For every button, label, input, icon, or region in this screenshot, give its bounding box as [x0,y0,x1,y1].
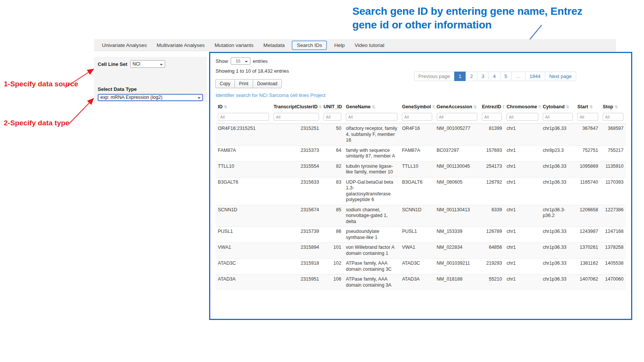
cell-genename: ATPase family, AAA domain containing 3A [344,275,400,290]
cell-genename: UDP-Gal:betaGal beta 1,3-galactosyltrans… [344,177,400,205]
tab-metadata[interactable]: Metadata [258,42,289,48]
tab-video-tutorial[interactable]: Video tutorial [350,42,389,48]
table-row: TTLL10231555482tubulin tyrosine ligase-l… [216,161,626,177]
cell-line-set-select[interactable]: NCI [130,60,165,68]
cell-entrezid: 55210 [480,275,504,290]
page-button-4[interactable]: 4 [488,72,500,81]
cell-stop: 368597 [600,124,626,146]
cell-start: 1370261 [575,243,600,259]
page-button-1[interactable]: 1 [454,72,466,81]
column-header-genesymbol[interactable]: GeneSymbol⇅ [400,101,434,112]
tab-univariate-analyses[interactable]: Univariate Analyses [97,42,152,48]
cell-transcriptclusterid: 2315894 [271,243,321,259]
cell-genename: sodium channel, nonvoltage-gated 1, delt… [344,205,400,227]
cell-id: TTLL10 [216,161,271,177]
show-label: Show [216,58,228,64]
entries-label: entries [253,58,268,64]
sort-icon: ⇅ [473,105,477,109]
cell-id: VWA1 [216,243,271,259]
page-length-select-wrap: 10 ⌄ [231,57,250,65]
column-header-stop[interactable]: Stop⇅ [600,101,626,112]
cell-unit-id: 64 [321,145,344,161]
sort-icon: ⇅ [224,105,227,109]
column-header-unit-id[interactable]: UNIT_ID⇅ [321,101,344,112]
column-label: GeneAccession [437,104,472,109]
filter-input-start[interactable] [577,113,598,121]
cell-id: OR4F16:2315251 [216,124,271,146]
gene-table: ID⇅TranscriptClusterID⇅UNIT_ID⇅GeneName⇅… [216,101,626,290]
previous-page-button[interactable]: Previous page [414,72,455,81]
cell-transcriptclusterid: 2315918 [271,259,321,275]
cell-genesymbol: OR4F16 [400,124,434,146]
cell-genesymbol: VWA1 [400,243,434,259]
page-button-1844[interactable]: 1844 [525,72,545,81]
filter-input-geneaccession[interactable] [437,113,478,121]
cell-chromosome: chr1 [504,205,540,227]
filter-input-id[interactable] [218,113,269,121]
filter-input-entrezid[interactable] [482,113,502,121]
tab-help[interactable]: Help [329,42,350,48]
next-page-button[interactable]: Next page [545,72,576,81]
data-type-select[interactable]: exp: mRNA Expression (log2) [98,94,203,101]
sort-icon: ⇅ [566,105,569,109]
column-header-chromosome[interactable]: Chromosome⇅ [504,101,540,112]
page-length-select[interactable]: 10 [231,57,250,65]
cell-entrezid: 6339 [480,205,504,227]
cell-transcriptclusterid: 2315951 [271,275,321,290]
copy-button[interactable]: Copy [215,79,235,88]
column-header-start[interactable]: Start⇅ [575,101,600,112]
cell-unit-id: 101 [321,243,344,259]
cell-unit-id: 106 [321,275,344,290]
download-button[interactable]: Download [253,79,282,88]
cell-stop: 1135910 [600,161,626,177]
column-header-transcriptclusterid[interactable]: TranscriptClusterID⇅ [271,101,321,112]
cell-cytoband: chr1p36.33 [541,259,575,275]
cell-genename: family with sequence similarity 87, memb… [344,145,400,161]
print-button[interactable]: Print [234,79,253,88]
identifier-search-link[interactable]: Identifier search for NCI Sarcoma cell l… [216,92,325,98]
column-label: UNIT_ID [324,104,342,109]
column-header-id[interactable]: ID⇅ [216,101,271,112]
column-label: TranscriptClusterID [274,104,317,109]
column-header-genename[interactable]: GeneName⇅ [344,101,400,112]
cell-genesymbol: FAM87A [400,145,434,161]
annotation-search-note: Search gene ID by entering gene name, En… [352,5,617,32]
cell-geneaccession: NM_001039211 [435,259,480,275]
column-header-geneaccession[interactable]: GeneAccession⇅ [435,101,480,112]
cell-start: 752751 [575,145,600,161]
column-label: Cytoband [543,104,565,109]
cell-chromosome: chr1 [504,227,540,243]
cell-transcriptclusterid: 2315554 [271,161,321,177]
cell-genesymbol: SCNN1D [400,205,434,227]
filter-input-chromosome[interactable] [506,113,538,121]
filter-input-unit-id[interactable] [324,113,341,121]
pagination-ellipsis: … [511,72,525,81]
cell-entrezid: 126792 [480,177,504,205]
sort-icon: ⇅ [432,105,435,109]
filter-input-genesymbol[interactable] [402,113,432,121]
red-arrow-data-type [69,99,93,124]
column-label: GeneName [346,104,370,109]
sort-icon: ⇅ [614,105,618,109]
page-button-5[interactable]: 5 [500,72,512,81]
column-label: GeneSymbol [402,104,431,109]
nav-tabs: Univariate AnalysesMultivariate Analyses… [94,39,616,51]
filter-input-cytoband[interactable] [543,113,573,121]
cell-chromosome: chr1 [504,161,540,177]
tab-mutation-variants[interactable]: Mutation variants [209,42,258,48]
page-button-2[interactable]: 2 [466,72,477,81]
cell-stop: 1170393 [600,177,626,205]
filter-input-stop[interactable] [603,113,624,121]
tab-search-ids[interactable]: Search IDs [292,41,327,50]
tab-multivariate-analyses[interactable]: Multivariate Analyses [152,42,210,48]
column-header-entrezid[interactable]: EntrezID⇅ [480,101,504,112]
page-button-3[interactable]: 3 [477,72,489,81]
column-header-cytoband[interactable]: Cytoband⇅ [541,101,575,112]
cell-transcriptclusterid: 2315633 [271,177,321,205]
filter-cell [400,112,434,124]
filter-input-transcriptclusterid[interactable] [274,113,319,121]
filter-input-genename[interactable] [346,113,397,121]
cell-entrezid: 64856 [480,243,504,259]
cell-geneaccession: NM_022834 [435,243,480,259]
table-row: ATAD3C2315918102ATPase family, AAA domai… [216,259,626,275]
